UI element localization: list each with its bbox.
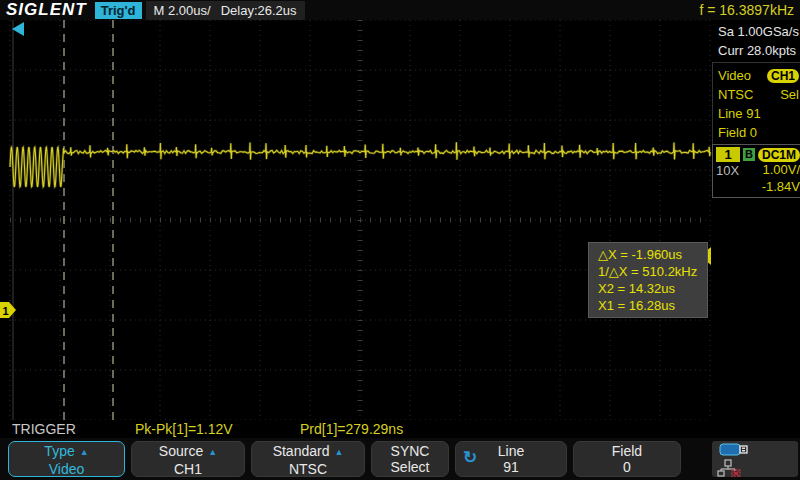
softkey-sync-button[interactable]: SYNC Select — [371, 441, 449, 477]
up-arrow-icon: ▲ — [80, 447, 89, 457]
softkey-line-button[interactable]: ↻ Line 91 — [455, 441, 567, 477]
softkey-type-value: Video — [9, 461, 124, 477]
cursor-x1: X1 = 16.28us — [598, 297, 707, 314]
softkey-standard-value: NTSC — [252, 461, 364, 477]
svg-text:1: 1 — [3, 305, 9, 317]
softkey-field-button[interactable]: Field 0 — [573, 441, 681, 477]
measurement-period: Prd[1]=279.29ns — [300, 421, 403, 437]
frequency-counter: f = 16.3897kHz — [699, 2, 794, 18]
softkey-standard-button[interactable]: Standard▲ NTSC — [251, 441, 365, 477]
channel1-info-box[interactable]: 1 B DC1M 10X 1.00V/ -1.84V — [712, 144, 800, 198]
trigger-info-box: Video CH1 NTSC Sel Line 91 Field 0 — [712, 62, 800, 146]
graticule-grid — [10, 20, 710, 420]
cursor-inv-delta-x: 1/△X = 510.2kHz — [598, 263, 707, 280]
trigger-line: Line 91 — [718, 106, 761, 121]
usb-icon — [720, 444, 747, 455]
softkey-source-value: CH1 — [132, 461, 244, 477]
trigger-field: Field 0 — [718, 125, 757, 140]
timebase-value: M 2.00us/ — [154, 3, 211, 18]
trigger-status-badge: Trig'd — [95, 2, 142, 19]
rotary-knob-icon: ↻ — [463, 450, 477, 466]
channel1-ground-marker[interactable]: 1 — [0, 302, 16, 318]
memory-depth: Curr 28.0kpts — [718, 41, 800, 60]
sample-rate: Sa 1.00GSa/s — [718, 22, 800, 41]
oscilloscope-screen: SIGLENT Trig'd M 2.00us/ Delay:26.2us f … — [0, 0, 800, 480]
softkey-menu-bar: Type▲ Video Source▲ CH1 Standard▲ NTSC S… — [0, 438, 800, 480]
softkey-sync-title: SYNC — [372, 443, 448, 459]
softkey-type-title: Type — [44, 443, 74, 459]
channel1-number-badge: 1 — [716, 147, 740, 162]
acquisition-info: Sa 1.00GSa/s Curr 28.0kpts — [712, 20, 800, 60]
graticule-svg: 1 — [0, 20, 712, 420]
up-arrow-icon: ▲ — [208, 447, 217, 457]
trigger-type: Video — [718, 68, 751, 83]
softkey-field-value: 0 — [574, 459, 680, 475]
trigger-standard: NTSC — [718, 87, 753, 102]
measurement-bar: TRIGGER Pk-Pk[1]=1.12V Prd[1]=279.29ns — [0, 420, 800, 438]
peripherals-panel — [712, 441, 798, 477]
delay-value: Delay:26.2us — [221, 3, 297, 18]
up-arrow-icon: ▲ — [334, 447, 343, 457]
menu-title: TRIGGER — [12, 421, 76, 437]
trigger-source-badge: CH1 — [767, 69, 799, 83]
probe-attenuation: 10X — [716, 162, 739, 179]
trigger-position-marker[interactable] — [12, 22, 24, 36]
softkey-type-button[interactable]: Type▲ Video — [8, 441, 125, 477]
lan-icon — [718, 460, 740, 477]
softkey-source-button[interactable]: Source▲ CH1 — [131, 441, 245, 477]
bandwidth-limit-badge: B — [743, 148, 755, 161]
cursor-readout-box: △X = -1.960us 1/△X = 510.2kHz X2 = 14.32… — [588, 242, 708, 318]
softkey-field-title: Field — [574, 443, 680, 459]
softkey-standard-title: Standard — [273, 443, 330, 459]
softkey-source-title: Source — [159, 443, 203, 459]
cursor-x2: X2 = 14.32us — [598, 280, 707, 297]
trigger-sel: Sel — [780, 87, 799, 102]
softkey-sync-value: Select — [372, 459, 448, 475]
waveform-display: 1 △X = -1.960us 1/△X = 510.2kHz X2 = 14.… — [0, 20, 712, 420]
right-sidebar: Sa 1.00GSa/s Curr 28.0kpts Video CH1 NTS… — [712, 20, 800, 420]
vertical-offset: -1.84V — [716, 179, 800, 195]
cursor-delta-x: △X = -1.960us — [598, 246, 707, 263]
coupling-badge: DC1M — [758, 148, 800, 162]
timebase-readout: M 2.00us/ Delay:26.2us — [146, 1, 305, 20]
vertical-scale: 1.00V/ — [762, 162, 800, 179]
top-status-bar: SIGLENT Trig'd M 2.00us/ Delay:26.2us f … — [0, 0, 800, 20]
siglent-logo: SIGLENT — [6, 0, 87, 20]
peripherals-icons — [712, 441, 772, 477]
measurement-pkpk: Pk-Pk[1]=1.12V — [135, 421, 233, 437]
